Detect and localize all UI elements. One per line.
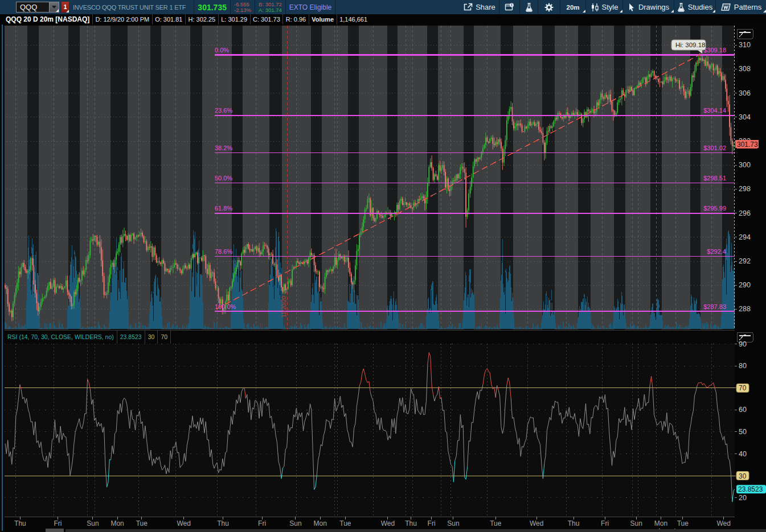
svg-text:294: 294 <box>739 233 751 241</box>
svg-text:306: 306 <box>739 89 751 97</box>
svg-text:Fri: Fri <box>258 519 266 527</box>
svg-text:Thu: Thu <box>14 519 26 527</box>
svg-text:290: 290 <box>739 281 751 289</box>
svg-text:310: 310 <box>739 41 751 49</box>
svg-text:296: 296 <box>739 209 751 217</box>
svg-text:78.6%: 78.6% <box>215 248 232 255</box>
svg-text:Sun: Sun <box>87 519 99 527</box>
svg-text:Tue: Tue <box>490 519 502 527</box>
svg-text:50.0%: 50.0% <box>215 175 232 182</box>
svg-text:i: i <box>511 3 513 7</box>
svg-text:Mon: Mon <box>110 519 124 527</box>
svg-text:38.2%: 38.2% <box>215 145 232 151</box>
svg-text:Fri: Fri <box>601 519 609 527</box>
svg-text:Tue: Tue <box>339 519 351 527</box>
svg-text:308: 308 <box>739 65 751 73</box>
svg-text:70: 70 <box>739 384 747 392</box>
svg-text:300: 300 <box>739 161 751 169</box>
svg-text:Sun: Sun <box>630 519 642 527</box>
svg-text:Fri: Fri <box>428 519 436 527</box>
svg-text:61.8%: 61.8% <box>215 205 232 212</box>
svg-text:Thu: Thu <box>217 519 229 527</box>
svg-text:90: 90 <box>739 340 747 348</box>
svg-text:80: 80 <box>739 362 747 370</box>
svg-text:Fri: Fri <box>54 519 62 527</box>
svg-text:Wed: Wed <box>177 519 190 527</box>
svg-text:23.8523: 23.8523 <box>738 485 763 493</box>
svg-text:$295.99: $295.99 <box>703 205 726 212</box>
svg-text:292: 292 <box>739 257 751 265</box>
svg-text:288: 288 <box>739 305 751 313</box>
svg-text:Tue: Tue <box>677 519 689 527</box>
svg-text:23.6%: 23.6% <box>215 107 232 114</box>
svg-text:50: 50 <box>739 428 747 436</box>
svg-text:Sun: Sun <box>289 519 301 527</box>
svg-text:Mon: Mon <box>654 519 667 527</box>
svg-text:Hi: 309.18: Hi: 309.18 <box>675 42 705 48</box>
svg-text:304: 304 <box>739 113 751 121</box>
svg-text:$287.83: $287.83 <box>703 303 726 310</box>
svg-text:$304.14: $304.14 <box>703 107 726 114</box>
svg-text:$309.18: $309.18 <box>703 47 726 53</box>
svg-text:Wed: Wed <box>716 519 730 527</box>
svg-text:Thu: Thu <box>568 519 580 527</box>
svg-text:$298.51: $298.51 <box>703 175 726 182</box>
svg-text:$301.02: $301.02 <box>703 145 726 151</box>
svg-text:Wed: Wed <box>530 519 543 527</box>
svg-text:Mon: Mon <box>314 519 327 527</box>
svg-text:11/20/20: 11/20/20 <box>281 295 287 317</box>
svg-text:0.0%: 0.0% <box>215 47 229 53</box>
svg-text:Sun: Sun <box>447 519 459 527</box>
svg-text:60: 60 <box>739 406 747 414</box>
svg-text:Tue: Tue <box>136 519 148 527</box>
svg-text:Wed: Wed <box>381 519 395 527</box>
svg-text:30: 30 <box>739 472 747 480</box>
svg-text:Thu: Thu <box>405 519 417 527</box>
svg-text:40: 40 <box>739 450 747 458</box>
svg-text:20: 20 <box>739 494 747 502</box>
svg-text:$292.4: $292.4 <box>707 248 726 255</box>
svg-text:301.73: 301.73 <box>737 141 758 149</box>
svg-text:298: 298 <box>739 185 751 193</box>
